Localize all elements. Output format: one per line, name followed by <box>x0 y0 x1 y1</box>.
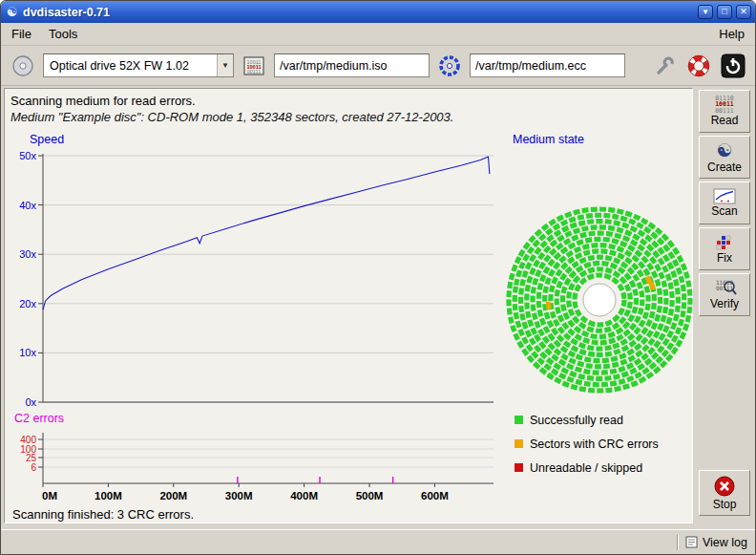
image-path-input[interactable] <box>274 53 430 77</box>
svg-text:400M: 400M <box>290 490 318 502</box>
legend-item-unreadable: Unreadable / skipped <box>514 456 659 480</box>
status-line-2: Medium "Example disc": CD-ROM mode 1, 35… <box>10 109 453 125</box>
legend-label-good: Successfully read <box>530 414 623 427</box>
cd-drive-icon <box>11 54 34 77</box>
log-icon <box>685 536 698 548</box>
menu-file[interactable]: File <box>3 24 40 44</box>
svg-text:300M: 300M <box>225 490 253 502</box>
scan-button[interactable]: Scan <box>699 181 750 224</box>
read-label: Read <box>711 115 739 127</box>
svg-text:10x: 10x <box>19 347 36 358</box>
toolbar: Optical drive 52X FW 1.02 ▼ 10011 10011 … <box>1 46 755 86</box>
disc-hole <box>583 284 616 316</box>
status-line-1: Scanning medium for read errors. <box>10 93 453 109</box>
status-message: Scanning medium for read errors. Medium … <box>10 93 453 125</box>
svg-text:0x: 0x <box>25 396 36 408</box>
life-ring-icon <box>687 54 710 77</box>
create-label: Create <box>707 161 742 174</box>
read-icon: 01110 10011 00111 <box>715 96 734 115</box>
legend-swatch-good <box>514 416 523 424</box>
fix-button[interactable]: Fix <box>699 227 750 270</box>
view-log-label: View log <box>703 536 747 549</box>
legend: Successfully read Sectors with CRC error… <box>514 408 659 480</box>
chevron-down-icon[interactable]: ▼ <box>217 54 233 76</box>
app-icon: ☯ <box>5 5 19 19</box>
drive-button[interactable] <box>9 52 37 80</box>
titlebar[interactable]: ☯ dvdisaster-0.71 ▾ □ ✕ <box>1 1 755 23</box>
disc-crc-error <box>548 302 549 310</box>
drive-select[interactable]: Optical drive 52X FW 1.02 ▼ <box>43 53 234 77</box>
disc-crc-error <box>651 282 653 289</box>
scan-label: Scan <box>711 205 737 218</box>
stop-label: Stop <box>713 499 737 511</box>
read-button[interactable]: 01110 10011 00111 Read <box>699 90 750 133</box>
svg-text:200M: 200M <box>159 490 187 502</box>
speed-chart: 0x10x20x30x40x50x <box>5 144 501 412</box>
maximize-button[interactable]: □ <box>717 5 732 19</box>
chart-canvas: Scanning medium for read errors. Medium … <box>4 88 693 523</box>
main-content: Scanning medium for read errors. Medium … <box>1 86 755 529</box>
svg-text:50x: 50x <box>19 150 36 161</box>
drive-select-value: Optical drive 52X FW 1.02 <box>44 59 217 73</box>
menu-help[interactable]: Help <box>710 24 753 44</box>
legend-label-crc: Sectors with CRC errors <box>530 438 659 451</box>
svg-text:40x: 40x <box>19 200 36 211</box>
image-file-icon: 10011 10011 00111 <box>240 52 268 80</box>
verify-icon: 11010 00111 <box>712 280 737 297</box>
statusbar-divider <box>677 535 679 550</box>
fix-icon <box>715 234 734 251</box>
power-icon <box>721 53 746 78</box>
preferences-button[interactable] <box>650 52 679 80</box>
verify-button[interactable]: 11010 00111 Verify <box>699 273 750 316</box>
svg-text:600M: 600M <box>421 490 449 502</box>
view-log-button[interactable]: View log <box>685 536 747 549</box>
svg-text:00111: 00111 <box>247 69 261 75</box>
wrench-icon <box>653 54 676 77</box>
minimize-button[interactable]: ▾ <box>698 5 713 19</box>
svg-text:0M: 0M <box>42 490 57 502</box>
svg-text:500M: 500M <box>356 490 384 502</box>
legend-swatch-unreadable <box>514 463 523 472</box>
yin-yang-icon: ☯ <box>716 141 732 160</box>
menubar: File Tools Help <box>1 23 755 46</box>
quit-button[interactable] <box>719 52 747 80</box>
svg-text:6: 6 <box>31 462 36 473</box>
legend-item-good: Successfully read <box>514 408 659 432</box>
legend-swatch-crc <box>514 439 523 448</box>
help-button[interactable] <box>684 52 713 80</box>
legend-label-unreadable: Unreadable / skipped <box>530 461 642 475</box>
medium-state-disc <box>499 200 700 400</box>
disc-crc-error <box>647 276 650 283</box>
window-title: dvdisaster-0.71 <box>23 6 694 19</box>
legend-item-crc: Sectors with CRC errors <box>514 432 659 456</box>
action-sidebar: 01110 10011 00111 Read ☯ Create Scan <box>697 90 752 527</box>
scan-chart-icon <box>713 188 736 204</box>
medium-state-title: Medium state <box>513 133 584 146</box>
ecc-path-input[interactable] <box>470 53 625 77</box>
speed-curve <box>43 157 490 310</box>
create-button[interactable]: ☯ Create <box>699 136 750 179</box>
ecc-file-icon <box>435 52 464 80</box>
close-button[interactable]: ✕ <box>736 5 751 19</box>
stop-icon <box>713 475 736 498</box>
stop-button[interactable]: Stop <box>699 470 750 516</box>
verify-label: Verify <box>710 298 739 310</box>
svg-text:100M: 100M <box>94 490 122 502</box>
scan-result-text: Scanning finished: 3 CRC errors. <box>12 507 194 522</box>
statusbar: View log <box>1 529 755 554</box>
svg-text:20x: 20x <box>19 298 36 310</box>
menu-tools[interactable]: Tools <box>40 24 86 44</box>
fix-label: Fix <box>717 252 732 265</box>
svg-text:30x: 30x <box>19 248 36 260</box>
app-window: ☯ dvdisaster-0.71 ▾ □ ✕ File Tools Help … <box>0 0 756 555</box>
c2-errors-chart: 4001002560M100M200M300M400M500M600M <box>5 423 501 519</box>
